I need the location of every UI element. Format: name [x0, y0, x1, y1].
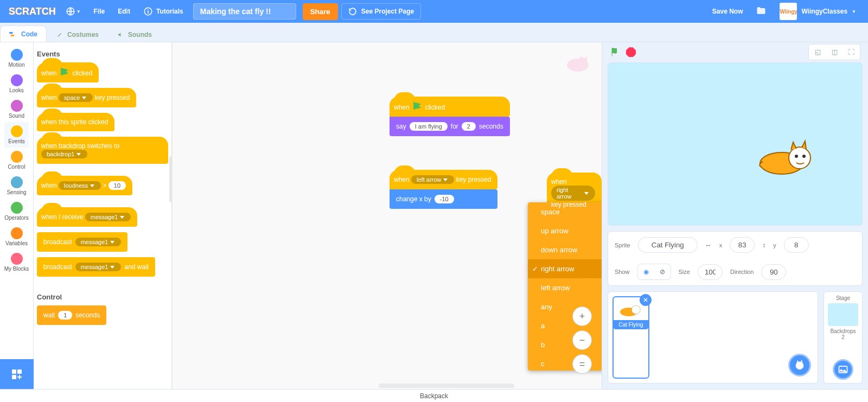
sprite-x-input[interactable]: [730, 237, 755, 253]
category-operators[interactable]: Operators: [4, 199, 29, 224]
zoom-out-button[interactable]: −: [572, 330, 592, 350]
sprite-card-cat-flying[interactable]: ✕ Cat Flying: [612, 296, 649, 379]
show-sprite-button[interactable]: ◉: [638, 264, 654, 279]
edit-menu[interactable]: Edit: [111, 8, 137, 15]
category-control[interactable]: Control: [4, 148, 29, 173]
add-backdrop-button[interactable]: [833, 359, 853, 380]
menubar: SCRATCH ▼ File Edit Tutorials Share See …: [0, 0, 868, 23]
script-workspace[interactable]: when clicked say I am flying for 2 secon…: [172, 42, 602, 389]
svg-point-14: [631, 305, 640, 314]
language-menu[interactable]: ▼: [59, 7, 87, 16]
svg-rect-2: [9, 32, 13, 34]
stage-selector[interactable]: Stage Backdrops 2: [824, 291, 863, 384]
block-when-key-pressed[interactable]: when space key pressed: [37, 88, 136, 107]
tutorials-button[interactable]: Tutorials: [137, 7, 190, 16]
stop-button[interactable]: [626, 47, 636, 57]
dropdown-option-up-arrow[interactable]: up arrow: [528, 221, 602, 240]
scratch-logo[interactable]: SCRATCH: [5, 5, 59, 18]
sprite-y-input[interactable]: [784, 237, 809, 253]
main-area: MotionLooksSoundEventsControlSensingOper…: [0, 42, 868, 389]
large-stage-button[interactable]: ◫: [827, 46, 842, 59]
file-menu[interactable]: File: [87, 8, 112, 15]
avatar: Wiingy: [780, 3, 797, 20]
tab-row: Code Costumes Sounds: [0, 23, 868, 42]
svg-point-11: [795, 155, 798, 158]
block-when-flag-clicked[interactable]: when clicked: [37, 62, 99, 82]
extension-icon: [10, 368, 23, 381]
svg-point-8: [579, 58, 588, 66]
tab-sounds[interactable]: Sounds: [107, 27, 161, 42]
block-palette: Events when clicked when space key press…: [34, 42, 172, 389]
zoom-in-button[interactable]: +: [572, 307, 592, 326]
events-header: Events: [37, 50, 168, 58]
category-motion[interactable]: Motion: [4, 46, 29, 71]
account-menu[interactable]: Wiingy WiingyClasses ▼: [773, 3, 863, 20]
category-variables[interactable]: Variables: [4, 224, 29, 250]
sprite-size-input[interactable]: [698, 264, 723, 280]
script-3[interactable]: when right arrow key pressed: [547, 173, 602, 214]
small-stage-button[interactable]: ◱: [810, 46, 825, 59]
stage-sprite-cat[interactable]: [757, 139, 817, 178]
svg-point-12: [802, 155, 806, 158]
image-icon: [838, 364, 848, 375]
svg-rect-6: [12, 375, 16, 379]
sprite-list: ✕ Cat Flying: [608, 291, 818, 384]
my-stuff-icon[interactable]: [749, 5, 773, 18]
category-events[interactable]: Events: [4, 122, 29, 148]
fullscreen-button[interactable]: ⛶: [844, 46, 859, 59]
block-when-receive[interactable]: when I receive message1: [37, 207, 137, 227]
stage-panel: ◱ ◫ ⛶ Sprite ↔x ↕y Show ◉ ⊘ S: [602, 42, 868, 389]
category-sound[interactable]: Sound: [4, 97, 29, 122]
zoom-controls: + − =: [572, 307, 592, 374]
svg-point-10: [789, 147, 810, 169]
category-my-blocks[interactable]: My Blocks: [4, 250, 29, 275]
add-extension-button[interactable]: [0, 359, 34, 389]
save-now-button[interactable]: Save Now: [706, 8, 750, 15]
sound-icon: [116, 31, 125, 38]
script-1[interactable]: when clicked say I am flying for 2 secon…: [390, 97, 510, 136]
dropdown-option-right-arrow[interactable]: right arrow: [528, 259, 602, 278]
block-broadcast-wait[interactable]: broadcast message1 and wait: [37, 257, 155, 277]
script-2[interactable]: when left arrow key pressed change x by …: [390, 170, 497, 209]
backpack[interactable]: Backpack: [0, 389, 868, 402]
paintbrush-icon: [55, 31, 64, 38]
stage[interactable]: [608, 62, 863, 226]
block-when-loudness[interactable]: when loudness > 10: [37, 176, 132, 195]
code-icon: [9, 31, 18, 37]
tab-code[interactable]: Code: [0, 25, 47, 42]
sprite-name-input[interactable]: [638, 237, 698, 253]
green-flag-button[interactable]: [610, 47, 621, 58]
svg-point-15: [796, 362, 804, 370]
dropdown-option-down-arrow[interactable]: down arrow: [528, 240, 602, 259]
delete-sprite-button[interactable]: ✕: [640, 294, 652, 306]
cat-icon: [794, 359, 806, 371]
flag-icon: [61, 68, 68, 75]
sprite-direction-input[interactable]: [761, 264, 786, 280]
category-sidebar: MotionLooksSoundEventsControlSensingOper…: [0, 42, 34, 389]
workspace-scrollbar[interactable]: [379, 384, 514, 388]
category-sensing[interactable]: Sensing: [4, 173, 29, 199]
share-button[interactable]: Share: [303, 3, 338, 20]
category-looks[interactable]: Looks: [4, 71, 29, 97]
add-sprite-button[interactable]: [788, 354, 811, 377]
control-header: Control: [37, 293, 168, 301]
see-project-page-button[interactable]: See Project Page: [341, 3, 421, 20]
svg-rect-4: [12, 369, 16, 374]
hide-sprite-button[interactable]: ⊘: [654, 264, 671, 279]
sprite-watermark: [565, 53, 591, 74]
block-broadcast[interactable]: broadcast message1: [37, 232, 127, 252]
tab-costumes[interactable]: Costumes: [47, 27, 107, 42]
stage-controls: ◱ ◫ ⛶: [602, 42, 868, 62]
svg-rect-5: [17, 369, 22, 374]
project-title-input[interactable]: [193, 3, 296, 20]
block-when-backdrop-switches[interactable]: when backdrop switches to backdrop1: [37, 137, 168, 164]
block-wait[interactable]: wait 1 seconds: [37, 305, 106, 325]
zoom-reset-button[interactable]: =: [572, 354, 592, 374]
svg-rect-3: [11, 35, 15, 36]
sprite-info-panel: Sprite ↔x ↕y Show ◉ ⊘ Size Direction: [608, 231, 863, 286]
block-when-sprite-clicked[interactable]: when this sprite clicked: [37, 113, 114, 131]
dropdown-option-left-arrow[interactable]: left arrow: [528, 278, 602, 297]
sprite-label: Sprite: [615, 242, 630, 248]
